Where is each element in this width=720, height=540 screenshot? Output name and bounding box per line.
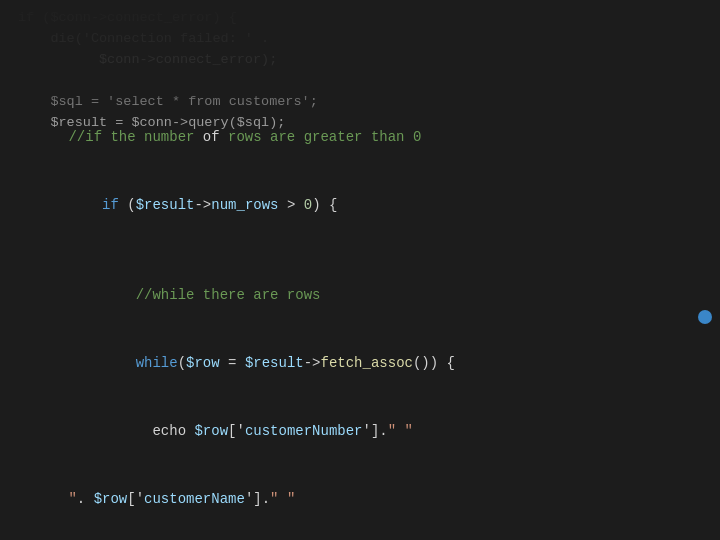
scrollbar-indicator[interactable] (698, 310, 712, 324)
line-if: if ($result->num_rows > 0) { (18, 171, 702, 239)
main-code-block: //if the number of rows are greater than… (0, 95, 720, 540)
line-comment-1: //if the number of rows are greater than… (18, 103, 702, 171)
top-line-blank (18, 71, 702, 92)
top-line-1: if ($conn->connect_error) { (18, 8, 702, 29)
line-comment-2: //while there are rows (18, 262, 702, 330)
top-line-2: die('Connection failed: ' . (18, 29, 702, 50)
code-editor: if ($conn->connect_error) { die('Connect… (0, 0, 720, 540)
line-echo-3: ". $row['contactFirstName']." " (18, 534, 702, 540)
line-echo-2: ". $row['customerName']." " (18, 466, 702, 534)
line-while: while($row = $result->fetch_assoc()) { (18, 330, 702, 398)
top-line-3: $conn->connect_error); (18, 50, 702, 71)
line-echo-1: echo $row['customerNumber']." " (18, 398, 702, 466)
line-blank-1 (18, 239, 702, 262)
